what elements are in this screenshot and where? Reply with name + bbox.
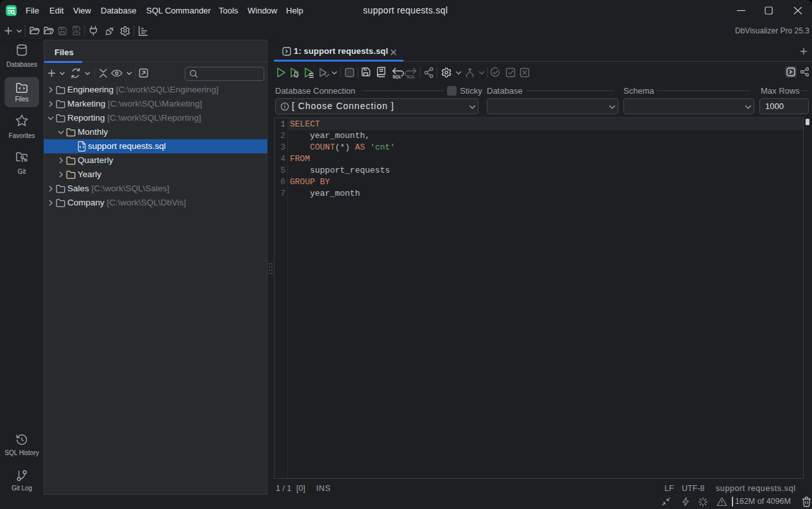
svg-text:SQL: SQL xyxy=(393,74,401,80)
svg-text:SQL: SQL xyxy=(407,74,415,80)
